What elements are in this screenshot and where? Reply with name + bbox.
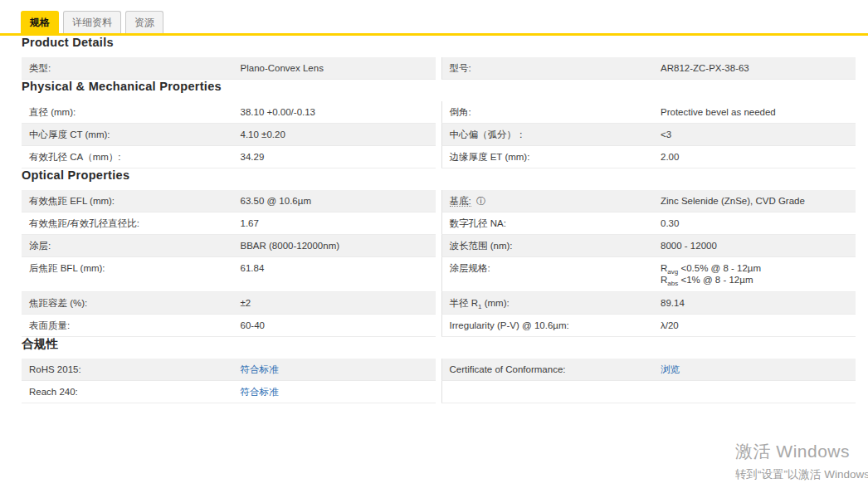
table-row: RoHS 2015: 符合标准 Certificate of Conforman…	[22, 359, 856, 381]
na-value: 0.30	[661, 217, 856, 229]
table-row: 有效焦距/有效孔径直径比: 1.67 数字孔径 NA: 0.30	[22, 212, 856, 235]
section-title-compliance: 合规性	[22, 337, 856, 351]
clear-aperture-label: 有效孔径 CA（mm）:	[29, 151, 241, 163]
model-value: AR812-ZC-PX-38-63	[661, 62, 856, 74]
table-row: 表面质量: 60-40 Irregularity (P-V) @ 10.6µm:…	[22, 315, 856, 337]
f-number-label: 有效焦距/有效孔径直径比:	[29, 217, 241, 229]
table-row: Reach 240: 符合标准	[22, 381, 856, 403]
table-row: 直径 (mm): 38.10 +0.00/-0.13 倒角: Protectiv…	[22, 101, 856, 124]
irregularity-value: λ/20	[661, 320, 856, 331]
model-label: 型号:	[450, 62, 661, 74]
certificate-view-link[interactable]: 浏览	[661, 364, 680, 374]
radius-r1-value: 89.14	[661, 297, 856, 309]
section-title-optical: Optical Properties	[22, 168, 856, 183]
reach-compliant-link[interactable]: 符合标准	[241, 387, 279, 397]
coating-label: 涂层:	[29, 240, 241, 251]
focal-length-tolerance-label: 焦距容差 (%):	[29, 297, 241, 309]
wavelength-range-label: 波长范围 (nm):	[450, 240, 661, 251]
center-thickness-label: 中心厚度 CT (mm):	[29, 129, 241, 140]
type-value: Plano-Convex Lens	[241, 62, 436, 74]
efl-label: 有效焦距 EFL (mm):	[29, 195, 241, 207]
tab-details[interactable]: 详细资料	[63, 11, 121, 33]
centration-value: <3	[661, 129, 856, 140]
tab-specifications[interactable]: 规格	[21, 11, 59, 33]
bfl-label: 后焦距 BFL (mm):	[29, 262, 241, 274]
optical-table: 有效焦距 EFL (mm): 63.50 @ 10.6µm 基底: ⓘ Zinc…	[22, 190, 856, 337]
tab-resources[interactable]: 资源	[125, 11, 163, 33]
rohs-label: RoHS 2015:	[29, 364, 241, 375]
watermark-line2: 转到“设置”以激活 Windows。	[735, 467, 868, 482]
irregularity-label: Irregularity (P-V) @ 10.6µm:	[450, 320, 661, 331]
reach-label: Reach 240:	[29, 386, 241, 398]
section-title-physical: Physical & Mechanical Properties	[22, 80, 856, 94]
center-thickness-value: 4.10 ±0.20	[241, 129, 436, 140]
section-title-product-details: Product Details	[22, 36, 856, 50]
surface-quality-label: 表面质量:	[29, 320, 241, 331]
type-label: 类型:	[29, 62, 241, 74]
diameter-value: 38.10 +0.00/-0.13	[241, 106, 436, 118]
tab-bar: 规格 详细资料 资源	[0, 0, 868, 33]
diameter-label: 直径 (mm):	[29, 106, 241, 118]
table-row: 焦距容差 (%): ±2 半径 R1 (mm): 89.14	[22, 292, 856, 315]
spec-content: Product Details 类型: Plano-Convex Lens 型号…	[0, 36, 868, 403]
bfl-value: 61.84	[241, 262, 436, 274]
wavelength-range-value: 8000 - 12000	[661, 240, 856, 251]
na-label: 数字孔径 NA:	[450, 217, 661, 229]
edge-thickness-value: 2.00	[661, 151, 856, 163]
table-row: 类型: Plano-Convex Lens 型号: AR812-ZC-PX-38…	[22, 57, 856, 80]
radius-r1-label: 半径 R1 (mm):	[450, 297, 661, 309]
table-row: 涂层: BBAR (8000-12000nm) 波长范围 (nm): 8000 …	[22, 235, 856, 257]
substrate-label[interactable]: 基底:	[450, 196, 471, 207]
info-icon[interactable]: ⓘ	[476, 196, 485, 206]
edge-thickness-label: 边缘厚度 ET (mm):	[450, 151, 661, 163]
surface-quality-value: 60-40	[241, 320, 436, 331]
spec-page: 规格 详细资料 资源 Product Details 类型: Plano-Con…	[0, 0, 868, 498]
windows-activation-watermark: 激活 Windows 转到“设置”以激活 Windows。	[735, 440, 868, 482]
coating-spec-label: 涂层规格:	[450, 262, 661, 274]
rohs-compliant-link[interactable]: 符合标准	[241, 364, 279, 374]
compliance-table: RoHS 2015: 符合标准 Certificate of Conforman…	[22, 359, 856, 403]
efl-value: 63.50 @ 10.6µm	[241, 195, 436, 207]
watermark-line1: 激活 Windows	[735, 440, 868, 463]
table-row: 后焦距 BFL (mm): 61.84 涂层规格: Ravg <0.5% @ 8…	[22, 257, 856, 292]
coating-spec-value: Ravg <0.5% @ 8 - 12µm Rabs <1% @ 8 - 12µ…	[661, 262, 856, 286]
focal-length-tolerance-value: ±2	[241, 297, 436, 309]
table-row: 有效焦距 EFL (mm): 63.50 @ 10.6µm 基底: ⓘ Zinc…	[22, 190, 856, 212]
table-row: 中心厚度 CT (mm): 4.10 ±0.20 中心偏（弧分）： <3	[22, 124, 856, 146]
product-details-table: 类型: Plano-Convex Lens 型号: AR812-ZC-PX-38…	[22, 57, 856, 80]
physical-table: 直径 (mm): 38.10 +0.00/-0.13 倒角: Protectiv…	[22, 101, 856, 168]
f-number-value: 1.67	[241, 217, 436, 229]
table-row: 有效孔径 CA（mm）: 34.29 边缘厚度 ET (mm): 2.00	[22, 146, 856, 168]
clear-aperture-value: 34.29	[241, 151, 436, 163]
bevel-label: 倒角:	[450, 106, 661, 118]
centration-label: 中心偏（弧分）：	[450, 129, 661, 140]
bevel-value: Protective bevel as needed	[661, 106, 856, 118]
coating-value: BBAR (8000-12000nm)	[241, 240, 436, 251]
certificate-of-conformance-label: Certificate of Conformance:	[450, 364, 661, 375]
substrate-value: Zinc Selenide (ZnSe), CVD Grade	[661, 195, 856, 207]
